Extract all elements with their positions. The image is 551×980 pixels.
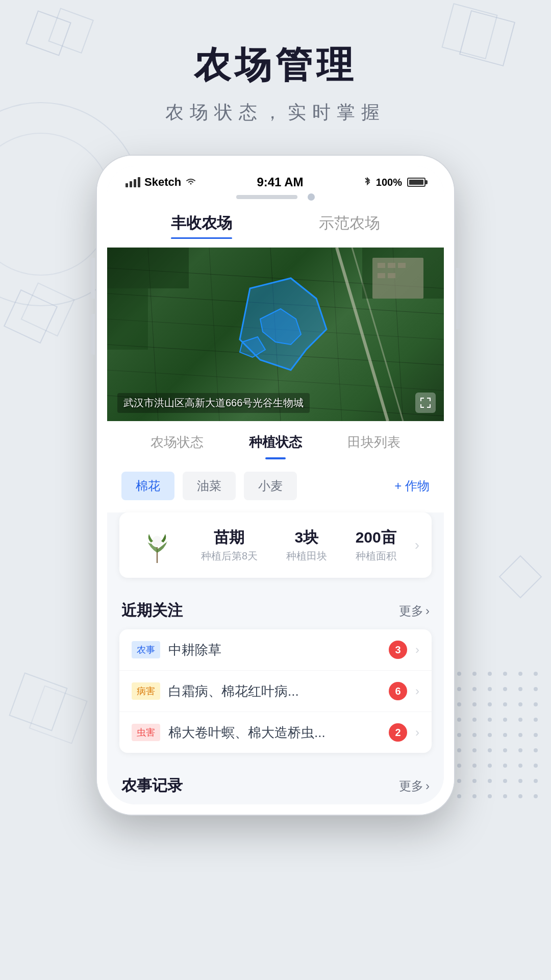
- phone-mockup: Sketch 9:41 AM: [0, 156, 551, 815]
- farm-tabs[interactable]: 丰收农场 示范农场: [107, 205, 444, 248]
- phone-frame: Sketch 9:41 AM: [97, 156, 454, 815]
- svg-point-86: [152, 536, 162, 546]
- alert-text-disease: 白霜病、棉花红叶病...: [168, 682, 381, 700]
- page-header: 农场管理 农场状态，实时掌握: [0, 0, 551, 125]
- alert-item-pest[interactable]: 虫害 棉大卷叶螟、棉大造桥虫... 2 ›: [119, 712, 432, 753]
- alert-list: 农事 中耕除草 3 › 病害 白霜病、棉花红叶病... 6 › 虫害 棉大卷叶螟…: [119, 629, 432, 753]
- svg-rect-78: [388, 273, 395, 278]
- crop-area-stat: 200亩 种植面积: [356, 527, 396, 563]
- page-subtitle: 农场状态，实时掌握: [0, 100, 551, 125]
- alert-tag-pest: 虫害: [132, 724, 160, 741]
- battery-icon: [407, 178, 425, 187]
- status-right: 100%: [364, 176, 425, 189]
- phone-screen: Sketch 9:41 AM: [107, 166, 444, 804]
- map-expand-button[interactable]: [415, 393, 436, 413]
- alert-tag-farm-event: 农事: [132, 641, 160, 658]
- phone-notch: [107, 193, 444, 205]
- tab-plot-list[interactable]: 田块列表: [347, 433, 400, 459]
- battery-percent: 100%: [376, 177, 402, 188]
- crop-rapeseed[interactable]: 油菜: [183, 472, 236, 500]
- crop-filter[interactable]: 棉花 油菜 小麦 + 作物: [107, 459, 444, 512]
- crop-plots-stat: 3块 种植田块: [286, 527, 327, 563]
- farm-tab-demo[interactable]: 示范农场: [319, 213, 380, 239]
- farm-map[interactable]: 武汉市洪山区高新大道666号光谷生物城: [107, 248, 444, 421]
- alert-arrow-1: ›: [415, 643, 419, 657]
- svg-point-85: [154, 529, 161, 536]
- svg-line-63: [332, 248, 342, 421]
- crop-card-arrow: ›: [415, 537, 419, 553]
- farm-tab-harvest[interactable]: 丰收农场: [171, 213, 232, 239]
- svg-rect-71: [107, 288, 148, 350]
- attention-more-button[interactable]: 更多 ›: [399, 603, 430, 619]
- alert-arrow-2: ›: [415, 684, 419, 698]
- alert-badge-farm-event: 3: [389, 641, 407, 659]
- alert-badge-pest: 2: [389, 723, 407, 742]
- svg-rect-75: [388, 263, 395, 268]
- alert-text-pest: 棉大卷叶螟、棉大造桥虫...: [168, 724, 381, 742]
- crop-wheat[interactable]: 小麦: [244, 472, 297, 500]
- carrier-label: Sketch: [144, 176, 181, 189]
- alert-badge-disease: 6: [389, 682, 407, 700]
- records-section-header: 农事记录 更多 ›: [107, 763, 444, 804]
- signal-icon: [126, 177, 140, 187]
- crop-cotton[interactable]: 棉花: [121, 472, 174, 500]
- crop-stage-stat: 苗期 种植后第8天: [201, 527, 258, 563]
- crop-cotton-image: [132, 525, 183, 566]
- svg-rect-76: [398, 263, 406, 268]
- crop-stats: 苗期 种植后第8天 3块 种植田块 200亩 种植面积: [193, 527, 405, 563]
- svg-rect-70: [107, 248, 189, 288]
- attention-title: 近期关注: [121, 600, 183, 621]
- status-time: 9:41 AM: [257, 175, 303, 189]
- alert-tag-disease: 病害: [132, 682, 160, 700]
- status-bar: Sketch 9:41 AM: [107, 166, 444, 193]
- bluetooth-icon: [364, 176, 371, 189]
- tab-planting-status[interactable]: 种植状态: [249, 433, 302, 459]
- wifi-icon: [185, 176, 196, 189]
- camera: [308, 193, 315, 201]
- records-more-button[interactable]: 更多 ›: [399, 778, 430, 794]
- alert-item-disease[interactable]: 病害 白霜病、棉花红叶病... 6 ›: [119, 671, 432, 712]
- page-title: 农场管理: [0, 41, 551, 90]
- svg-rect-74: [378, 263, 385, 268]
- status-left: Sketch: [126, 176, 196, 189]
- crop-info-card[interactable]: 苗期 种植后第8天 3块 种植田块 200亩 种植面积 ›: [119, 512, 432, 578]
- tab-farm-status[interactable]: 农场状态: [151, 433, 204, 459]
- content-tabs[interactable]: 农场状态 种植状态 田块列表: [107, 421, 444, 459]
- alert-item-farm-event[interactable]: 农事 中耕除草 3 ›: [119, 629, 432, 671]
- map-address: 武汉市洪山区高新大道666号光谷生物城: [117, 393, 310, 413]
- alert-text-farm-event: 中耕除草: [168, 641, 381, 659]
- svg-rect-77: [378, 273, 385, 278]
- speaker: [236, 195, 297, 199]
- attention-section-header: 近期关注 更多 ›: [107, 588, 444, 629]
- records-title: 农事记录: [121, 775, 183, 796]
- alert-arrow-3: ›: [415, 725, 419, 740]
- add-crop-button[interactable]: + 作物: [394, 478, 430, 494]
